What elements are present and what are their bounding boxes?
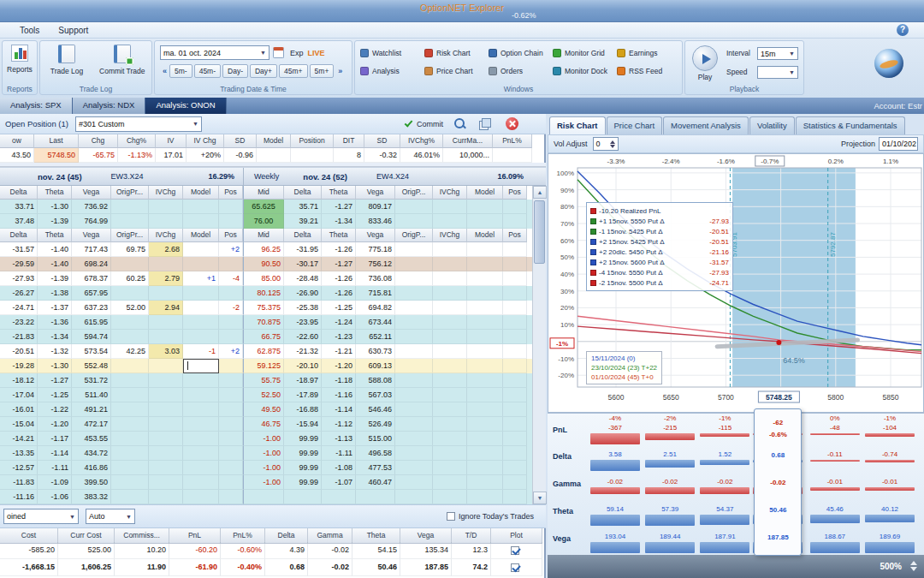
option-row[interactable]: -31.57-1.40717.4369.752.68+296.25-31.95-… xyxy=(0,242,532,257)
help-icon[interactable]: ? xyxy=(897,24,909,36)
chain-cell[interactable] xyxy=(149,417,183,432)
chain-cell[interactable]: 85.00 xyxy=(243,271,284,286)
chain-cell[interactable] xyxy=(433,359,467,373)
trade-log-button[interactable]: Trade Log xyxy=(40,41,93,75)
chain-cell[interactable]: -16.01 xyxy=(0,402,38,417)
chain-cell[interactable] xyxy=(503,214,527,229)
expiration-header-right[interactable]: Weekly nov. 24 (52) EW4.X24 16.09% xyxy=(243,168,532,185)
scroll-up-icon[interactable]: ▲ xyxy=(533,186,547,199)
chain-cell[interactable]: -1.18 xyxy=(322,373,356,388)
chain-cell[interactable]: 39.21 xyxy=(284,214,322,229)
option-row[interactable]: -24.71-1.37637.2352.002.94-275.375-25.38… xyxy=(0,301,532,315)
ignore-trades-toggle[interactable]: Ignore Today's Trades xyxy=(447,512,542,521)
chain-cell[interactable] xyxy=(467,301,503,315)
chain-cell[interactable] xyxy=(219,330,243,344)
chain-cell[interactable] xyxy=(467,242,503,257)
chain-cell[interactable] xyxy=(467,200,503,214)
chain-cell[interactable]: 573.54 xyxy=(72,344,111,359)
chain-cell[interactable] xyxy=(467,344,503,359)
totals-cell[interactable]: 1,606.25 xyxy=(58,559,115,576)
chain-cell[interactable]: -1.21 xyxy=(322,344,356,359)
chain-cell[interactable] xyxy=(149,490,183,504)
chain-cell[interactable]: -28.48 xyxy=(284,271,322,286)
chain-cell[interactable] xyxy=(467,432,503,446)
chain-cell[interactable] xyxy=(503,286,527,301)
chain-cell[interactable] xyxy=(467,417,503,432)
chain-cell[interactable] xyxy=(284,490,322,504)
chain-cell[interactable]: +2 xyxy=(219,242,243,257)
chain-cell[interactable] xyxy=(219,359,243,373)
chain-cell[interactable]: 511.40 xyxy=(72,388,111,402)
chain-cell[interactable]: -1.26 xyxy=(322,271,356,286)
chain-cell[interactable]: 99.99 xyxy=(284,432,322,446)
expiration-header-left[interactable]: nov. 24 (45) EW3.X24 16.29% xyxy=(0,168,243,185)
chain-cell[interactable] xyxy=(219,417,243,432)
chain-cell[interactable] xyxy=(395,432,433,446)
totals-cell[interactable]: -60.20 xyxy=(169,542,221,559)
option-row[interactable]: -14.21-1.17453.55-1.0099.99-1.13515.00 xyxy=(0,432,532,446)
totals-cell[interactable]: 135.34 xyxy=(400,542,452,559)
chain-cell[interactable] xyxy=(149,461,183,475)
chain-cell[interactable]: -30.17 xyxy=(284,257,322,271)
chain-cell[interactable]: -1.14 xyxy=(38,446,72,461)
chain-cell[interactable]: -31.57 xyxy=(0,242,38,257)
chain-cell[interactable]: -1.13 xyxy=(322,432,356,446)
chain-cell[interactable]: 657.95 xyxy=(72,286,111,301)
chain-cell[interactable] xyxy=(111,200,149,214)
chain-cell[interactable]: 99.99 xyxy=(284,446,322,461)
chain-cell[interactable]: -20.10 xyxy=(284,359,322,373)
summary-cell[interactable]: 46.01% xyxy=(400,148,443,163)
chart-tab-statistics-fundamentals[interactable]: Statistics & Fundamentals xyxy=(796,116,905,134)
chain-cell[interactable]: -1.11 xyxy=(38,461,72,475)
chain-cell[interactable] xyxy=(433,373,467,388)
chain-cell[interactable] xyxy=(219,446,243,461)
chain-cell[interactable]: -1.40 xyxy=(38,242,72,257)
chain-cell[interactable] xyxy=(503,344,527,359)
chain-cell[interactable] xyxy=(111,461,149,475)
chain-cell[interactable] xyxy=(395,388,433,402)
chain-cell[interactable]: -1.11 xyxy=(322,446,356,461)
projection-date-input[interactable]: 01/10/202 xyxy=(879,137,918,151)
chain-cell[interactable] xyxy=(395,490,433,504)
chain-cell[interactable]: 756.12 xyxy=(356,257,395,271)
chain-cell[interactable]: 717.43 xyxy=(72,242,111,257)
chain-cell[interactable] xyxy=(433,490,467,504)
chain-cell[interactable] xyxy=(111,359,149,373)
chain-cell[interactable] xyxy=(219,257,243,271)
option-row[interactable]: 37.48-1.39764.9976.0039.21-1.34833.46 xyxy=(0,214,532,229)
titlebar[interactable]: OptionNET Explorer -0.62% xyxy=(0,0,924,22)
chain-cell[interactable] xyxy=(149,402,183,417)
totals-cell[interactable]: -585.20 xyxy=(0,542,58,559)
chain-cell[interactable] xyxy=(183,257,219,271)
chart-tab-risk-chart[interactable]: Risk Chart xyxy=(549,116,606,134)
chain-cell[interactable]: -15.04 xyxy=(0,417,38,432)
chain-cell[interactable]: -18.12 xyxy=(0,373,38,388)
calendar-icon[interactable] xyxy=(273,47,284,58)
chain-cell[interactable] xyxy=(149,214,183,229)
chain-cell[interactable]: 2.68 xyxy=(149,242,183,257)
chain-cell[interactable] xyxy=(467,373,503,388)
chain-cell[interactable]: 472.17 xyxy=(72,417,111,432)
chain-cell[interactable]: 96.25 xyxy=(243,242,284,257)
chain-cell[interactable] xyxy=(111,214,149,229)
option-row[interactable]: -21.83-1.34594.7466.75-22.60-1.23652.11 xyxy=(0,330,532,344)
chain-cell[interactable]: -1.36 xyxy=(38,315,72,330)
chain-cell[interactable]: -1.20 xyxy=(322,359,356,373)
option-row[interactable]: -17.04-1.25511.4052.50-17.89-1.16567.03 xyxy=(0,388,532,402)
chain-cell[interactable] xyxy=(395,402,433,417)
chain-cell[interactable] xyxy=(243,490,284,504)
plot-checkbox[interactable] xyxy=(511,563,519,572)
chain-cell[interactable] xyxy=(433,301,467,315)
chain-cell[interactable]: -1.26 xyxy=(322,286,356,301)
speed-select[interactable]: ▼ xyxy=(757,66,798,79)
option-row[interactable]: -23.22-1.36615.9570.875-23.95-1.24673.44 xyxy=(0,315,532,330)
summary-cell[interactable] xyxy=(291,148,334,163)
chain-cell[interactable]: 809.17 xyxy=(356,200,395,214)
chain-cell[interactable]: 594.74 xyxy=(72,330,111,344)
chain-cell[interactable]: 60.25 xyxy=(111,271,149,286)
plot-cell[interactable] xyxy=(491,542,542,559)
chain-cell[interactable]: 609.13 xyxy=(356,359,395,373)
chain-cell[interactable] xyxy=(467,271,503,286)
chain-cell[interactable] xyxy=(433,330,467,344)
combined-mode-select[interactable]: oined ▼ xyxy=(3,509,79,524)
